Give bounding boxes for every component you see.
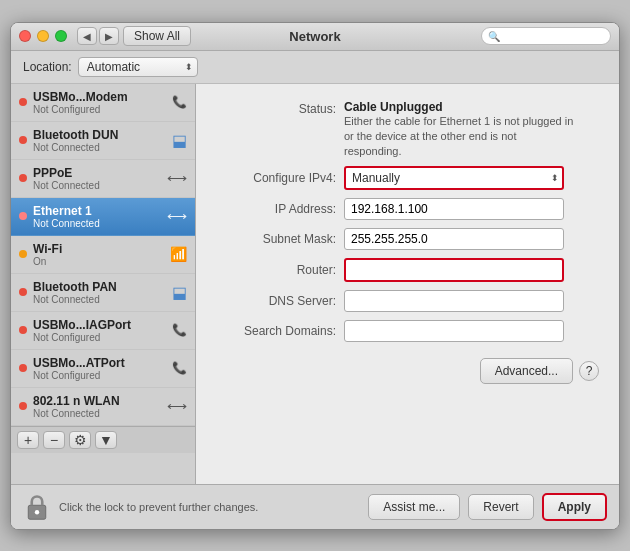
sidebar-item-name: Wi-Fi bbox=[33, 242, 166, 256]
maximize-button[interactable] bbox=[55, 30, 67, 42]
ip-address-label: IP Address: bbox=[216, 202, 336, 216]
phone-icon: 📞 bbox=[172, 95, 187, 109]
status-section: Status: Cable Unplugged Either the cable… bbox=[216, 100, 599, 160]
lock-text: Click the lock to prevent further change… bbox=[59, 501, 258, 513]
subnet-mask-input[interactable] bbox=[344, 228, 564, 250]
bluetooth-icon: ⬓ bbox=[172, 131, 187, 150]
sidebar-item-usbmo-iag[interactable]: USBMo...IAGPort Not Configured 📞 bbox=[11, 312, 195, 350]
status-label: Status: bbox=[216, 100, 336, 116]
status-value: Cable Unplugged bbox=[344, 100, 443, 114]
sidebar-item-name: PPPoE bbox=[33, 166, 163, 180]
search-domains-row: Search Domains: bbox=[216, 320, 599, 342]
status-dot-usbmodem bbox=[19, 98, 27, 106]
sidebar-item-info-80211n: 802.11 n WLAN Not Connected bbox=[33, 394, 163, 419]
sidebar-item-name: Bluetooth PAN bbox=[33, 280, 168, 294]
forward-button[interactable]: ▶ bbox=[99, 27, 119, 45]
lock-section: Click the lock to prevent further change… bbox=[23, 493, 368, 521]
sidebar-item-name: Bluetooth DUN bbox=[33, 128, 168, 142]
sidebar-item-status: Not Configured bbox=[33, 370, 168, 381]
sidebar-item-status: Not Connected bbox=[33, 408, 163, 419]
svg-point-1 bbox=[35, 510, 39, 514]
router-input[interactable] bbox=[344, 258, 564, 282]
sidebar-item-name: Ethernet 1 bbox=[33, 204, 163, 218]
configure-select-wrapper: Manually Using DHCP Using DHCP with manu… bbox=[344, 166, 564, 190]
toolbar-row: Location: Automatic ⬍ bbox=[11, 51, 619, 84]
apply-button[interactable]: Apply bbox=[542, 493, 607, 521]
sidebar-item-name: USBMo...IAGPort bbox=[33, 318, 168, 332]
search-box[interactable]: 🔍 bbox=[481, 27, 611, 45]
sidebar: USBMo...Modem Not Configured 📞 Bluetooth… bbox=[11, 84, 196, 484]
location-select-wrapper: Automatic ⬍ bbox=[78, 57, 198, 77]
router-row: Router: bbox=[216, 258, 599, 282]
help-button[interactable]: ? bbox=[579, 361, 599, 381]
bottom-bar: Click the lock to prevent further change… bbox=[11, 484, 619, 529]
location-label: Location: bbox=[23, 60, 72, 74]
close-button[interactable] bbox=[19, 30, 31, 42]
sidebar-item-info-bluetooth-dun: Bluetooth DUN Not Connected bbox=[33, 128, 168, 153]
sidebar-item-usbmo-at[interactable]: USBMo...ATPort Not Configured 📞 bbox=[11, 350, 195, 388]
main-content: USBMo...Modem Not Configured 📞 Bluetooth… bbox=[11, 84, 619, 484]
add-network-button[interactable]: + bbox=[17, 431, 39, 449]
minimize-button[interactable] bbox=[37, 30, 49, 42]
more-button[interactable]: ▼ bbox=[95, 431, 117, 449]
bluetooth-pan-icon: ⬓ bbox=[172, 283, 187, 302]
status-dot-wifi bbox=[19, 250, 27, 258]
location-select[interactable]: Automatic bbox=[78, 57, 198, 77]
status-dot-ethernet1 bbox=[19, 212, 27, 220]
remove-network-button[interactable]: − bbox=[43, 431, 65, 449]
ip-address-input[interactable] bbox=[344, 198, 564, 220]
phone-icon-iag: 📞 bbox=[172, 323, 187, 337]
status-dot-usbmo-iag bbox=[19, 326, 27, 334]
sidebar-item-info-pppoe: PPPoE Not Connected bbox=[33, 166, 163, 191]
status-description: Either the cable for Ethernet 1 is not p… bbox=[344, 114, 574, 160]
ip-address-row: IP Address: bbox=[216, 198, 599, 220]
sidebar-item-info-usbmo-at: USBMo...ATPort Not Configured bbox=[33, 356, 168, 381]
configure-label: Configure IPv4: bbox=[216, 171, 336, 185]
subnet-mask-row: Subnet Mask: bbox=[216, 228, 599, 250]
sidebar-item-ethernet1[interactable]: Ethernet 1 Not Connected ⟷ bbox=[11, 198, 195, 236]
sidebar-item-name: 802.11 n WLAN bbox=[33, 394, 163, 408]
sidebar-item-usbmodem[interactable]: USBMo...Modem Not Configured 📞 bbox=[11, 84, 195, 122]
settings-button[interactable]: ⚙ bbox=[69, 431, 91, 449]
sidebar-item-info-ethernet1: Ethernet 1 Not Connected bbox=[33, 204, 163, 229]
network-window: ◀ ▶ Show All Network 🔍 Location: Automat… bbox=[10, 22, 620, 530]
wifi-icon: 📶 bbox=[170, 246, 187, 262]
subnet-mask-label: Subnet Mask: bbox=[216, 232, 336, 246]
advanced-row: Advanced... ? bbox=[216, 358, 599, 384]
configure-ipv4-row: Configure IPv4: Manually Using DHCP Usin… bbox=[216, 166, 599, 190]
back-button[interactable]: ◀ bbox=[77, 27, 97, 45]
sidebar-item-name: USBMo...Modem bbox=[33, 90, 168, 104]
sidebar-item-status: Not Configured bbox=[33, 104, 168, 115]
dns-label: DNS Server: bbox=[216, 294, 336, 308]
status-dot-80211n bbox=[19, 402, 27, 410]
wlan-icon: ⟷ bbox=[167, 398, 187, 414]
revert-button[interactable]: Revert bbox=[468, 494, 533, 520]
sidebar-item-wifi[interactable]: Wi-Fi On 📶 bbox=[11, 236, 195, 274]
show-all-button[interactable]: Show All bbox=[123, 26, 191, 46]
sidebar-item-bluetooth-pan[interactable]: Bluetooth PAN Not Connected ⬓ bbox=[11, 274, 195, 312]
sidebar-item-status: On bbox=[33, 256, 166, 267]
status-dot-usbmo-at bbox=[19, 364, 27, 372]
ethernet-icon: ⟷ bbox=[167, 170, 187, 186]
status-dot-bluetooth-pan bbox=[19, 288, 27, 296]
advanced-button[interactable]: Advanced... bbox=[480, 358, 573, 384]
window-title: Network bbox=[289, 29, 340, 44]
lock-icon[interactable] bbox=[23, 493, 51, 521]
sidebar-item-pppoe[interactable]: PPPoE Not Connected ⟷ bbox=[11, 160, 195, 198]
configure-ipv4-select[interactable]: Manually Using DHCP Using DHCP with manu… bbox=[344, 166, 564, 190]
sidebar-item-name: USBMo...ATPort bbox=[33, 356, 168, 370]
sidebar-item-status: Not Connected bbox=[33, 294, 168, 305]
detail-panel: Status: Cable Unplugged Either the cable… bbox=[196, 84, 619, 484]
search-domains-input[interactable] bbox=[344, 320, 564, 342]
sidebar-item-bluetooth-dun[interactable]: Bluetooth DUN Not Connected ⬓ bbox=[11, 122, 195, 160]
sidebar-item-status: Not Connected bbox=[33, 218, 163, 229]
assist-me-button[interactable]: Assist me... bbox=[368, 494, 460, 520]
sidebar-item-info-usbmodem: USBMo...Modem Not Configured bbox=[33, 90, 168, 115]
sidebar-item-80211n[interactable]: 802.11 n WLAN Not Connected ⟷ bbox=[11, 388, 195, 426]
router-label: Router: bbox=[216, 263, 336, 277]
bottom-buttons: Assist me... Revert Apply bbox=[368, 493, 607, 521]
sidebar-item-status: Not Configured bbox=[33, 332, 168, 343]
dns-input[interactable] bbox=[344, 290, 564, 312]
sidebar-item-status: Not Connected bbox=[33, 180, 163, 191]
sidebar-bottom-bar: + − ⚙ ▼ bbox=[11, 426, 195, 453]
